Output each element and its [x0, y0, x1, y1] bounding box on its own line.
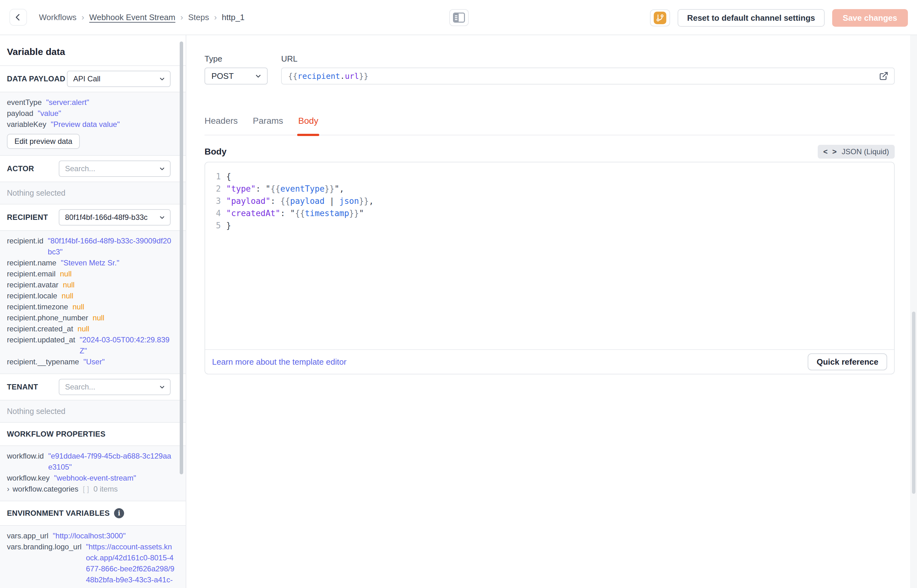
breadcrumb-item[interactable]: http_1 — [222, 13, 244, 22]
code-icon: < > — [823, 147, 838, 156]
save-changes-button[interactable]: Save changes — [832, 9, 908, 27]
token: "createdAt" — [226, 208, 280, 218]
external-link-icon[interactable] — [879, 71, 888, 81]
environment-field-key: vars.app_url — [7, 530, 48, 541]
code-line: 1{ — [205, 171, 894, 183]
chevron-down-icon — [159, 214, 166, 221]
tab-body[interactable]: Body — [298, 116, 318, 135]
chevron-left-icon — [13, 13, 23, 22]
workflow-properties-section: WORKFLOW PROPERTIES — [0, 422, 186, 446]
preview-field-key: variableKey — [7, 119, 46, 130]
code-line: 5} — [205, 220, 894, 232]
token: payload — [290, 196, 325, 206]
edit-preview-data-button[interactable]: Edit preview data — [7, 134, 80, 149]
recipient-field-value: "User" — [83, 356, 105, 367]
workflow-data-section: workflow.id"e91ddae4-7f99-45cb-a688-3c12… — [0, 446, 186, 501]
line-number: 3 — [205, 195, 221, 207]
preview-data-section: eventType"server:alert"payload"value"var… — [0, 92, 186, 155]
breadcrumb-separator-icon: › — [214, 13, 217, 22]
breadcrumb-item[interactable]: Webhook Event Stream — [89, 13, 175, 22]
workflow-field-value: [ ] — [82, 483, 89, 494]
token: {{ — [288, 72, 297, 81]
data-payload-select[interactable]: API Call — [67, 71, 171, 87]
reset-channel-settings-button[interactable]: Reset to default channel settings — [678, 9, 824, 27]
quick-reference-button[interactable]: Quick reference — [808, 353, 887, 370]
recipient-selected-value: 80f1f4bf-166d-48f9-b33c — [65, 213, 148, 222]
toggle-sidebar-button[interactable] — [449, 9, 469, 26]
recipient-field-value: "Steven Metz Sr." — [61, 257, 119, 268]
version-control-button[interactable] — [650, 10, 670, 26]
workflow-field-row: workflow.id"e91ddae4-7f99-45cb-a688-3c12… — [7, 451, 175, 472]
token: { — [226, 172, 231, 181]
code-line: 4"createdAt": "{{timestamp}}" — [205, 207, 894, 220]
token: }} — [359, 72, 368, 81]
recipient-field-row: recipient.emailnull — [7, 268, 175, 279]
info-icon[interactable]: i — [114, 508, 124, 518]
expand-chevron-icon[interactable]: › — [7, 483, 10, 494]
back-button[interactable] — [10, 9, 27, 26]
editor-language-badge[interactable]: < > JSON (Liquid) — [818, 145, 895, 158]
code-text: } — [226, 220, 231, 232]
url-field: URL {{recipient.url}} — [281, 54, 895, 84]
sidebar-title: Variable data — [0, 35, 186, 65]
main-scrollbar-thumb[interactable] — [912, 312, 915, 494]
workflow-field-key: workflow.categories — [13, 483, 78, 494]
actor-label: ACTOR — [7, 164, 34, 173]
workflow-field-value: "webhook-event-stream" — [54, 472, 136, 483]
breadcrumb-separator-icon: › — [81, 13, 84, 22]
tenant-empty-state: Nothing selected — [0, 400, 186, 422]
recipient-label: RECIPIENT — [7, 213, 48, 222]
breadcrumb-item[interactable]: Steps — [188, 13, 209, 22]
top-bar: Workflows›Webhook Event Stream›Steps›htt… — [0, 0, 917, 35]
code-editor[interactable]: 1{2"type": "{{eventType}}",3"payload": {… — [205, 162, 894, 349]
code-text: "type": "{{eventType}}", — [226, 183, 344, 195]
actor-search-select[interactable]: Search... — [59, 160, 171, 177]
token: timestamp — [305, 208, 349, 218]
body-template-editor: 1{2"type": "{{eventType}}",3"payload": {… — [205, 162, 895, 375]
token: {{ — [295, 208, 305, 218]
git-branch-icon — [654, 11, 666, 24]
recipient-field-key: recipient.created_at — [7, 323, 73, 334]
environment-variables-label: ENVIRONMENT VARIABLES — [7, 509, 110, 518]
recipient-section: RECIPIENT 80f1f4bf-166d-48f9-b33c — [0, 204, 186, 230]
preview-field-key: payload — [7, 108, 33, 119]
template-editor-docs-link[interactable]: Learn more about the template editor — [212, 357, 347, 367]
breadcrumb-item[interactable]: Workflows — [39, 13, 76, 22]
recipient-field-value: null — [93, 312, 104, 323]
token: . — [340, 72, 345, 81]
request-editor-panel: Type POST URL {{recipient.url}} — [186, 35, 917, 588]
code-text: "createdAt": "{{timestamp}}" — [226, 207, 364, 220]
recipient-field-key: recipient.email — [7, 268, 56, 279]
recipient-field-key: recipient.phone_number — [7, 312, 88, 323]
preview-field-key: eventType — [7, 97, 42, 108]
token: eventType — [280, 184, 325, 194]
sidebar-scrollbar[interactable] — [180, 42, 183, 474]
recipient-field-row: recipient.timezonenull — [7, 301, 175, 312]
actor-empty-state: Nothing selected — [0, 181, 186, 204]
preview-field-value: "value" — [38, 108, 61, 119]
token: }} — [349, 208, 359, 218]
recipient-field-value: "80f1f4bf-166d-48f9-b33c-39009df20bc3" — [48, 235, 175, 257]
method-select[interactable]: POST — [205, 68, 268, 84]
environment-data-section: vars.app_url"http://localhost:3000"vars.… — [0, 525, 186, 588]
line-number: 1 — [205, 171, 221, 183]
recipient-field-key: recipient.avatar — [7, 279, 58, 290]
token: {{ — [271, 184, 280, 194]
recipient-field-value: null — [61, 290, 73, 301]
workflow-field-row: workflow.key"webhook-event-stream" — [7, 472, 175, 483]
url-input[interactable]: {{recipient.url}} — [281, 68, 895, 84]
data-payload-label: DATA PAYLOAD — [7, 74, 65, 83]
token: }} — [325, 184, 334, 194]
token: json — [339, 196, 359, 206]
tenant-search-select[interactable]: Search... — [59, 379, 171, 395]
chevron-down-icon — [159, 383, 166, 391]
tab-headers[interactable]: Headers — [205, 116, 238, 135]
tab-params[interactable]: Params — [253, 116, 283, 135]
recipient-field-value: "2024-03-05T00:42:29.839Z" — [80, 334, 175, 356]
recipient-field-value: null — [77, 323, 89, 334]
preview-field-row: variableKey"Preview data value" — [7, 119, 175, 130]
code-text: "payload": {{payload | json}}, — [226, 195, 374, 207]
recipient-select[interactable]: 80f1f4bf-166d-48f9-b33c — [59, 209, 171, 226]
recipient-field-row: recipient.created_atnull — [7, 323, 175, 334]
main-scrollbar-track[interactable] — [910, 35, 917, 588]
